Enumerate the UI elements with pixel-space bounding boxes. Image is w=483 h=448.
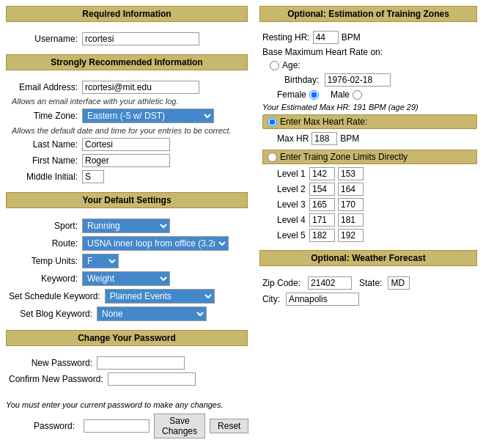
username-input[interactable] [82,32,199,45]
firstname-label: First Name: [9,155,82,166]
required-info-header: Required Information [6,6,248,22]
bpm-label: BPM [342,32,361,43]
lastname-label: Last Name: [9,139,82,150]
enter-zone-radio[interactable] [268,153,277,162]
password-header: Change Your Password [6,330,248,346]
lastname-input[interactable] [82,138,170,151]
level3-label: Level 3 [277,199,306,210]
right-column: Optional: Estimation of Training Zones R… [259,6,477,315]
timezone-helper: Allows the default date and time for you… [12,126,248,135]
enter-zone-label: Enter Traing Zone Limits Directly [280,152,408,162]
max-hr-label: Max HR [277,133,309,144]
level3-high-input[interactable] [338,198,364,211]
level5-label: Level 5 [277,230,306,240]
state-input[interactable] [388,276,410,290]
resting-hr-label: Resting HR: [262,32,310,43]
birthday-input[interactable] [325,73,391,87]
defaults-header: Your Default Settings [6,192,248,208]
timezone-select[interactable]: Eastern (-5 w/ DST) [82,109,214,123]
schedule-keyword-select[interactable]: Planned Events [105,289,215,304]
level4-high-input[interactable] [338,213,364,227]
firstname-input[interactable] [82,154,170,167]
temp-label: Temp Units: [9,256,82,266]
new-password-label: New Password: [9,358,97,368]
current-password-input[interactable] [84,419,150,433]
optional-training-header: Optional: Estimation of Training Zones [259,6,477,22]
female-radio[interactable] [309,90,319,100]
level1-high-input[interactable] [338,167,364,180]
enter-max-hr-radio[interactable] [268,117,277,127]
reset-button[interactable]: Reset [210,419,248,433]
age-option-label: Age: [282,60,301,70]
email-input[interactable] [82,81,199,94]
max-hr-input[interactable] [311,132,337,145]
keyword-label: Keyword: [9,273,82,284]
bottom-section: You must enter your current password to … [6,394,248,444]
email-label: Email Address: [9,82,82,92]
enter-max-hr-label: Enter Max Heart Rate: [280,117,367,127]
keyword-select[interactable]: Weight [82,271,170,286]
base-max-label: Base Maximum Heart Rate on: [262,47,477,57]
level1-label: Level 1 [277,169,306,179]
sport-select[interactable]: Running [82,219,170,233]
blog-keyword-label: Set Blog Keyword: [9,309,97,319]
state-label: State: [359,278,382,288]
current-password-label: Password: [6,421,79,431]
level5-low-input[interactable] [309,229,335,242]
female-label: Female [277,89,306,100]
enter-max-hr-option[interactable]: Enter Max Heart Rate: [262,114,477,129]
level2-high-input[interactable] [338,183,364,196]
birthday-label: Birthday: [284,75,319,85]
male-radio[interactable] [353,90,362,100]
city-input[interactable] [286,293,359,306]
male-label: Male [331,89,350,100]
level3-low-input[interactable] [309,198,335,211]
level1-low-input[interactable] [309,167,335,180]
confirm-password-input[interactable] [108,372,196,386]
max-hr-bpm: BPM [340,133,359,144]
route-label: Route: [9,238,82,249]
weather-header: Optional: Weather Forecast [259,250,477,266]
level2-label: Level 2 [277,184,306,194]
temp-select[interactable]: F [82,254,119,268]
middleinitial-label: Middle Initial: [9,172,82,182]
timezone-label: Time Zone: [9,111,82,121]
username-label: Username: [9,34,82,44]
email-helper: Allows an email interface with your athl… [12,97,248,106]
sport-label: Sport: [9,221,82,231]
zipcode-label: Zip Code: [262,278,301,288]
route-select[interactable]: USNA inner loop from office (3.2mi) [82,236,229,251]
level2-low-input[interactable] [309,183,335,196]
level5-high-input[interactable] [338,229,364,242]
age-radio[interactable] [270,61,279,70]
level4-low-input[interactable] [309,213,335,227]
save-button[interactable]: Save Changes [154,414,205,438]
bottom-note: You must enter your current password to … [6,400,248,409]
schedule-keyword-label: Set Schedule Keyword: [9,291,105,301]
new-password-input[interactable] [97,356,185,370]
left-column: Required Information Username: Strongly … [6,6,248,444]
city-label: City: [262,294,280,304]
estimated-note: Your Estimated Max HR: 191 BPM (age 29) [262,103,477,111]
enter-zone-option[interactable]: Enter Traing Zone Limits Directly [262,150,477,164]
resting-hr-input[interactable] [313,31,339,44]
strongly-recommended-header: Strongly Recommended Information [6,54,248,70]
middleinitial-input[interactable] [82,170,104,183]
blog-keyword-select[interactable]: None [97,306,207,321]
zipcode-input[interactable] [308,276,352,290]
level4-label: Level 4 [277,215,306,225]
confirm-password-label: Confirm New Password: [9,374,108,384]
